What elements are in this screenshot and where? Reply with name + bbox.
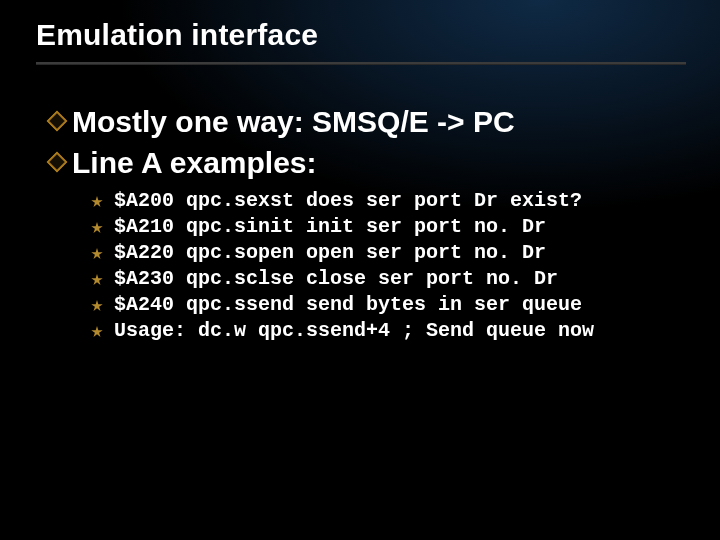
title-block: Emulation interface bbox=[36, 18, 684, 65]
star-icon bbox=[90, 195, 104, 209]
diamond-icon bbox=[46, 151, 68, 173]
title-underline bbox=[36, 62, 686, 65]
bullet-text: Line A examples: bbox=[72, 145, 317, 182]
bullet-text: Mostly one way: SMSQ/E -> PC bbox=[72, 104, 515, 141]
svg-marker-7 bbox=[91, 274, 102, 285]
star-icon bbox=[90, 325, 104, 339]
diamond-icon bbox=[46, 110, 68, 132]
bullet-level2: $A210 qpc.sinit init ser port no. Dr bbox=[90, 215, 680, 238]
star-icon bbox=[90, 247, 104, 261]
code-line: $A210 qpc.sinit init ser port no. Dr bbox=[114, 215, 546, 238]
bullet-level2: $A230 qpc.sclse close ser port no. Dr bbox=[90, 267, 680, 290]
bullet-level1: Mostly one way: SMSQ/E -> PC bbox=[46, 104, 680, 141]
svg-marker-1 bbox=[48, 112, 66, 130]
bullet-level2: Usage: dc.w qpc.ssend+4 ; Send queue now bbox=[90, 319, 680, 342]
code-line: $A200 qpc.sexst does ser port Dr exist? bbox=[114, 189, 582, 212]
bullet-level2: $A200 qpc.sexst does ser port Dr exist? bbox=[90, 189, 680, 212]
star-icon bbox=[90, 273, 104, 287]
star-icon bbox=[90, 221, 104, 235]
svg-marker-8 bbox=[91, 300, 102, 311]
slide-body: Mostly one way: SMSQ/E -> PC Line A exam… bbox=[46, 104, 680, 345]
svg-marker-5 bbox=[91, 222, 102, 233]
code-line: $A240 qpc.ssend send bytes in ser queue bbox=[114, 293, 582, 316]
sub-bullet-group: $A200 qpc.sexst does ser port Dr exist? … bbox=[90, 189, 680, 342]
slide: Emulation interface Mostly one way: SMSQ… bbox=[0, 0, 720, 540]
svg-marker-6 bbox=[91, 248, 102, 259]
bullet-level1: Line A examples: bbox=[46, 145, 680, 182]
bullet-level2: $A240 qpc.ssend send bytes in ser queue bbox=[90, 293, 680, 316]
code-line: $A220 qpc.sopen open ser port no. Dr bbox=[114, 241, 546, 264]
star-icon bbox=[90, 299, 104, 313]
svg-marker-3 bbox=[48, 153, 66, 171]
code-line: Usage: dc.w qpc.ssend+4 ; Send queue now bbox=[114, 319, 594, 342]
bullet-level2: $A220 qpc.sopen open ser port no. Dr bbox=[90, 241, 680, 264]
svg-marker-4 bbox=[91, 196, 102, 207]
slide-title: Emulation interface bbox=[36, 18, 684, 52]
code-line: $A230 qpc.sclse close ser port no. Dr bbox=[114, 267, 558, 290]
svg-marker-9 bbox=[91, 326, 102, 337]
